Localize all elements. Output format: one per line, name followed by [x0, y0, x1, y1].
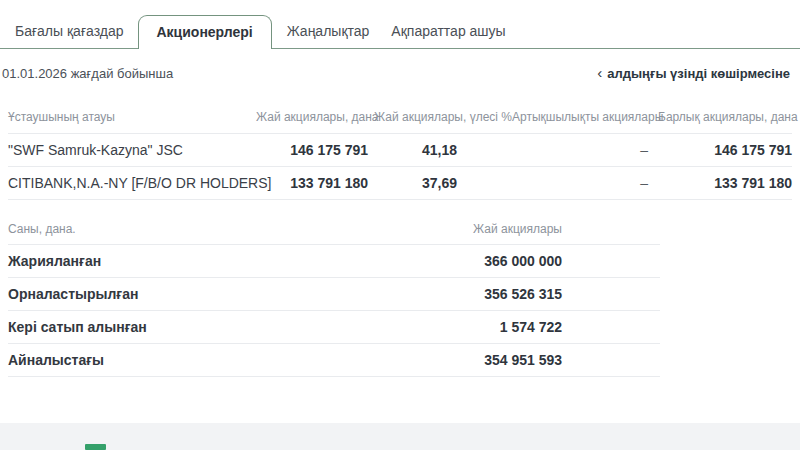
tab-news[interactable]: Жаңалықтар: [285, 15, 372, 49]
header-common-shares-qty: Жай акциялары: [308, 214, 660, 244]
qty-label-circulating: Айналыстағы: [8, 343, 308, 376]
header-quantity: Саны, дана.: [8, 214, 308, 244]
holders-table-header-row: Ұстаушының атауы Жай акциялары, дана Жай…: [8, 101, 792, 133]
qty-label-placed: Орналастырылған: [8, 277, 308, 310]
header-preferred-shares: Артықшылықты акциялары: [512, 101, 658, 133]
table-row: CITIBANK,N.A.-NY [F/B/O DR HOLDERS] 133 …: [8, 166, 792, 199]
total-shares-value: 133 791 180: [658, 166, 792, 199]
qty-label-repurchased: Кері сатып алынған: [8, 310, 308, 343]
header-total-shares: Барлық акциялары, дана: [658, 101, 792, 133]
total-shares-value: 146 175 791: [658, 133, 792, 166]
previous-extract-link[interactable]: ‹ алдыңғы үзінді көшірмесіне: [597, 65, 790, 82]
tab-securities[interactable]: Бағалы қағаздар: [13, 15, 126, 49]
chevron-left-icon: ‹: [597, 64, 602, 81]
table-row: "SWF Samruk-Kazyna" JSC 146 175 791 41,1…: [8, 133, 792, 166]
qty-value-placed: 356 526 315: [308, 277, 660, 310]
tab-shareholders[interactable]: Акционерлері: [138, 15, 272, 49]
table-row: Жарияланған 366 000 000: [8, 244, 660, 277]
quantity-table-header-row: Саны, дана. Жай акциялары: [8, 214, 660, 244]
common-share-pct-value: 41,18: [368, 133, 512, 166]
tabbar: Бағалы қағаздар Акционерлері Жаңалықтар …: [0, 15, 508, 49]
preferred-shares-value: –: [512, 166, 658, 199]
common-share-pct-value: 37,69: [368, 166, 512, 199]
footer-strip: [0, 423, 800, 450]
table-row: Айналыстағы 354 951 593: [8, 343, 660, 376]
header-common-share-pct: Жай акциялары, үлесі %: [368, 101, 512, 133]
common-shares-value: 133 791 180: [256, 166, 368, 199]
holders-table: Ұстаушының атауы Жай акциялары, дана Жай…: [8, 101, 792, 200]
holder-name: CITIBANK,N.A.-NY [F/B/O DR HOLDERS]: [8, 166, 256, 199]
preferred-shares-value: –: [512, 133, 658, 166]
header-holder-name: Ұстаушының атауы: [8, 101, 256, 133]
as-of-date: 01.01.2026 жағдай бойынша: [2, 66, 173, 81]
common-shares-value: 146 175 791: [256, 133, 368, 166]
qty-value-announced: 366 000 000: [308, 244, 660, 277]
tab-disclosure[interactable]: Ақпараттар ашуы: [389, 15, 507, 49]
qty-value-repurchased: 1 574 722: [308, 310, 660, 343]
subheader: 01.01.2026 жағдай бойынша ‹ алдыңғы үзін…: [2, 64, 790, 82]
footer-accent-bar: [85, 444, 106, 450]
table-row: Орналастырылған 356 526 315: [8, 277, 660, 310]
table-row: Кері сатып алынған 1 574 722: [8, 310, 660, 343]
quantity-table: Саны, дана. Жай акциялары Жарияланған 36…: [8, 214, 660, 377]
holder-name: "SWF Samruk-Kazyna" JSC: [8, 133, 256, 166]
header-common-shares: Жай акциялары, дана: [256, 101, 368, 133]
qty-label-announced: Жарияланған: [8, 244, 308, 277]
previous-extract-link-label: алдыңғы үзінді көшірмесіне: [607, 66, 790, 81]
qty-value-circulating: 354 951 593: [308, 343, 660, 376]
